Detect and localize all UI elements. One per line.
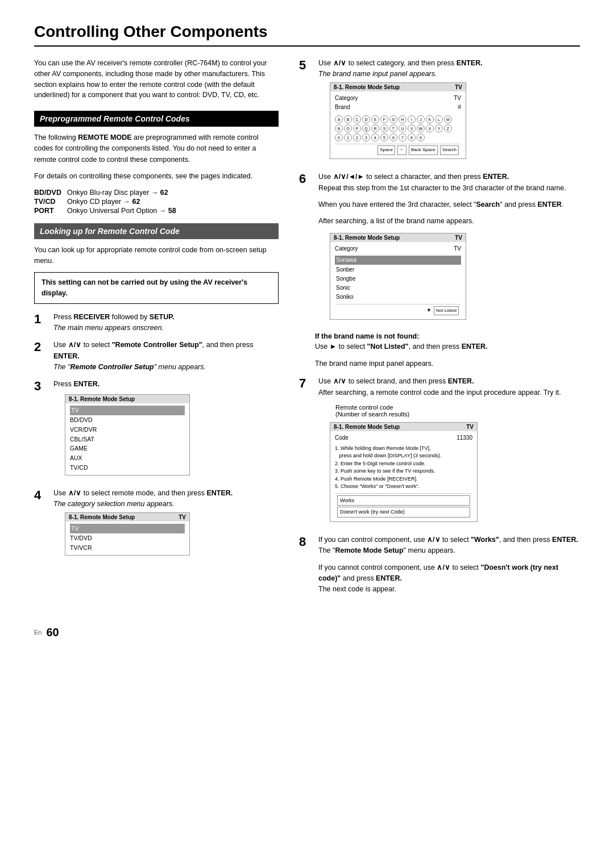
brand-row: Brand # — [335, 103, 461, 112]
screen-item-bddvd: BD/DVD — [70, 415, 185, 425]
step6-after: After searching, a list of the brand nam… — [318, 216, 580, 227]
screen-item-aux: AUX — [70, 453, 185, 463]
brand-label: Brand — [335, 103, 350, 112]
screen-body-3: TV BD/DVD VCR/DVR CBL/SAT GAME AUX TV/CD — [65, 403, 189, 475]
key-j[interactable]: J — [417, 115, 425, 123]
section1-header: Preprogrammed Remote Control Codes — [34, 111, 279, 127]
key-a[interactable]: A — [335, 115, 343, 123]
key-g[interactable]: G — [389, 115, 397, 123]
step7-instructions: 1. While holding down Remote Mode [TV], … — [335, 445, 472, 491]
screen-step4: 8-1. Remote Mode Setup TV TV TV/DVD TV/V… — [65, 512, 190, 555]
screen-item-tv: TV — [70, 406, 185, 415]
screen-footer-7: Works Doesn't work (try next Code) — [335, 493, 472, 519]
key-v[interactable]: V — [408, 124, 416, 132]
key-p[interactable]: P — [353, 124, 361, 132]
step-3: 3 Press ENTER. 8-1. Remote Mode Setup TV… — [34, 379, 279, 480]
key-x[interactable]: X — [426, 124, 434, 132]
step-sub-4: The category selection menu appears. — [53, 500, 279, 508]
key-8[interactable]: 8 — [408, 133, 416, 141]
key-2[interactable]: 2 — [353, 133, 361, 141]
step-content-5: Use ∧/∨ to select category, and then pre… — [318, 58, 580, 164]
screen-item-tvcd: TV/CD — [70, 463, 185, 473]
screen-body-4: TV TV/DVD TV/VCR — [65, 521, 189, 554]
key-t[interactable]: T — [389, 124, 397, 132]
brand-value: # — [458, 103, 461, 112]
keypad-row1: A B C D E F G H I J K L — [335, 115, 461, 123]
category-value-6: TV — [454, 244, 461, 253]
step-title-8: If you can control component, use ∧/∨ to… — [318, 535, 580, 545]
screen-header-7: 8-1. Remote Mode Setup TV — [330, 423, 477, 431]
section2-body1: You can look up for appropriate remote c… — [34, 245, 279, 267]
keypad-row2: N O P Q R S T U V W X Y — [335, 124, 461, 132]
key-c[interactable]: C — [353, 115, 361, 123]
btn-down-arrow[interactable]: ▼ — [426, 306, 432, 316]
key-0[interactable]: 0 — [335, 133, 343, 141]
key-m[interactable]: M — [444, 115, 452, 123]
step-sub-1: The main menu appears onscreen. — [53, 324, 279, 332]
key-1[interactable]: 1 — [344, 133, 352, 141]
screen-item-vcrdvr: VCR/DVR — [70, 425, 185, 435]
key-h[interactable]: H — [399, 115, 406, 123]
key-z[interactable]: Z — [444, 124, 452, 132]
brand-sonic: Sonic — [335, 283, 461, 293]
screen-step5: 8-1. Remote Mode Setup TV Category TV Br… — [330, 82, 466, 159]
key-l[interactable]: L — [435, 115, 443, 123]
screen-header-left-7: 8-1. Remote Mode Setup — [334, 424, 400, 430]
btn-space[interactable]: Space — [377, 145, 395, 155]
btn-doesnt-work[interactable]: Doesn't work (try next Code) — [337, 507, 470, 517]
key-w[interactable]: W — [417, 124, 425, 132]
step-content-2: Use ∧/∨ to select "Remote Controller Set… — [53, 340, 279, 371]
step-5: 5 Use ∧/∨ to select category, and then p… — [299, 58, 580, 164]
key-5[interactable]: 5 — [380, 133, 388, 141]
btn-not-listed[interactable]: Not Listed — [434, 306, 459, 316]
screen-item-game: GAME — [70, 444, 185, 453]
step-4: 4 Use ∧/∨ to select remote mode, and the… — [34, 488, 279, 560]
key-e[interactable]: E — [371, 115, 379, 123]
key-i[interactable]: I — [408, 115, 416, 123]
key-y[interactable]: Y — [435, 124, 443, 132]
key-d[interactable]: D — [362, 115, 370, 123]
screen-header-right-4: TV — [179, 514, 186, 520]
screen-item-tv-4: TV — [70, 524, 185, 533]
code-field-value: 11330 — [457, 433, 472, 443]
intro-text: You can use the AV receiver's remote con… — [34, 58, 279, 101]
key-r[interactable]: R — [371, 124, 379, 132]
keypad-area: A B C D E F G H I J K L — [335, 115, 461, 141]
key-f[interactable]: F — [380, 115, 388, 123]
page-number: 60 — [46, 626, 59, 639]
right-column: 5 Use ∧/∨ to select category, and then p… — [299, 58, 580, 609]
btn-search[interactable]: Search — [440, 145, 459, 155]
step-1: 1 Press RECEIVER followed by SETUP. The … — [34, 312, 279, 332]
key-9[interactable]: 9 — [417, 133, 425, 141]
step-title-6: Use ∧/∨/◄/► to select a character, and t… — [318, 172, 580, 182]
btn-backspace[interactable]: Back Space — [409, 145, 438, 155]
screen-footer-6: ▼ Not Listed — [335, 304, 461, 318]
step-content-7: Use ∧/∨ to select brand, and then press … — [318, 376, 580, 527]
screen-header-6: 8-1. Remote Mode Setup TV — [330, 233, 466, 242]
left-column: You can use the AV receiver's remote con… — [34, 58, 279, 609]
code-field-row: Code 11330 — [335, 433, 472, 443]
key-k[interactable]: K — [426, 115, 434, 123]
step-title-3: Press ENTER. — [53, 379, 279, 390]
key-q[interactable]: Q — [362, 124, 370, 132]
key-s[interactable]: S — [380, 124, 388, 132]
key-4[interactable]: 4 — [371, 133, 379, 141]
btn-works[interactable]: Works — [337, 495, 470, 506]
key-6[interactable]: 6 — [389, 133, 397, 141]
key-7[interactable]: 7 — [399, 133, 406, 141]
brand-songbe: Songbe — [335, 274, 461, 283]
btn-left-arrow[interactable]: ← — [397, 145, 406, 155]
step-8: 8 If you can control component, use ∧/∨ … — [299, 535, 580, 601]
device-list: BD/DVD Onkyo Blu-ray Disc player → 62 TV… — [34, 188, 279, 215]
key-3[interactable]: 3 — [362, 133, 370, 141]
key-u[interactable]: U — [399, 124, 406, 132]
step-num-8: 8 — [299, 535, 315, 549]
key-n[interactable]: N — [335, 124, 343, 132]
screen-header-left-5: 8-1. Remote Mode Setup — [334, 84, 400, 90]
step8-extra-title: If you cannot control component, use ∧/∨… — [318, 562, 580, 585]
section1-body2: For details on controlling these compone… — [34, 171, 279, 182]
key-o[interactable]: O — [344, 124, 352, 132]
screen-body-7: Code 11330 1. While holding down Remote … — [330, 431, 477, 521]
code-field-label: Code — [335, 433, 349, 443]
key-b[interactable]: B — [344, 115, 352, 123]
